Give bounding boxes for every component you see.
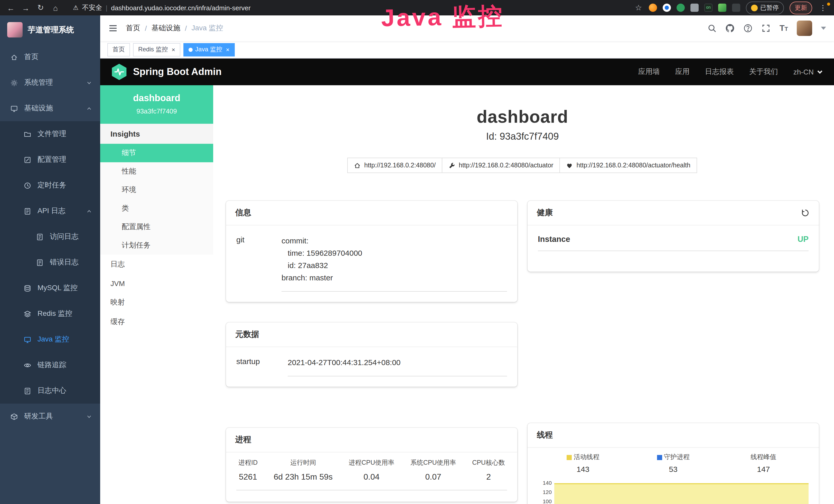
sidebar-item-mysql-monitor[interactable]: MySQL 监控 — [0, 275, 100, 301]
sidebar-item-dev-tools[interactable]: 研发工具 — [0, 404, 100, 429]
health-card: 健康 Instance UP — [528, 201, 819, 272]
sba-item-mappings[interactable]: 映射 — [100, 293, 213, 312]
hamburger-icon[interactable] — [108, 24, 118, 33]
close-icon[interactable]: × — [172, 46, 175, 53]
extension-icon-1[interactable] — [649, 4, 657, 12]
instance-header[interactable]: dashboard 93a3fc7f7409 — [100, 85, 213, 124]
sba-item-metrics[interactable]: 性能 — [100, 162, 213, 181]
sba-item-jvm[interactable]: JVM — [100, 274, 213, 293]
health-url-link[interactable]: http://192.168.0.2:48080/actuator/health — [559, 158, 697, 173]
annotation-java-monitor: Java 监控 — [381, 0, 504, 35]
sba-item-config-props[interactable]: 配置属性 — [100, 218, 213, 236]
bookmark-star-icon[interactable]: ☆ — [634, 3, 643, 12]
tab-redis-monitor[interactable]: Redis 监控 × — [133, 43, 180, 56]
locale-label: zh-CN — [793, 68, 814, 76]
sba-locale-select[interactable]: zh-CN — [793, 68, 823, 76]
metric-value: 5261 — [238, 473, 258, 482]
link-label: http://192.168.0.2:48080/actuator — [459, 162, 553, 169]
sidebar-item-label: 研发工具 — [24, 412, 53, 421]
sba-nav-about[interactable]: 关于我们 — [749, 67, 778, 76]
sidebar-item-api-logs[interactable]: API 日志 — [0, 198, 100, 224]
breadcrumb-home[interactable]: 首页 — [126, 24, 140, 33]
git-commit-line: commit: — [282, 235, 507, 247]
sidebar-item-log-center[interactable]: 日志中心 — [0, 378, 100, 404]
chevron-down-icon — [817, 69, 823, 75]
tab-home[interactable]: 首页 — [107, 43, 130, 56]
browser-home-icon[interactable]: ⌂ — [51, 3, 60, 12]
sidebar-item-config-mgmt[interactable]: 配置管理 — [0, 147, 100, 173]
sidebar-item-redis-monitor[interactable]: Redis 监控 — [0, 301, 100, 327]
font-size-icon[interactable]: TT — [780, 24, 788, 33]
breadcrumb-infrastructure[interactable]: 基础设施 — [152, 24, 180, 33]
sba-item-logs[interactable]: 日志 — [100, 255, 213, 274]
sidebar-item-java-monitor[interactable]: Java 监控 — [0, 327, 100, 352]
metric-label: 运行时间 — [274, 459, 333, 467]
extension-icon-2[interactable] — [663, 4, 671, 12]
chart-plot-area — [554, 480, 809, 504]
back-icon[interactable]: ← — [6, 3, 16, 12]
reload-icon[interactable]: ↻ — [36, 3, 45, 12]
sba-item-scheduled-tasks[interactable]: 计划任务 — [100, 236, 213, 255]
update-label: 更新 — [795, 3, 807, 12]
sidebar-item-label: 链路追踪 — [38, 361, 66, 370]
sba-nav-applications[interactable]: 应用 — [675, 67, 690, 76]
health-instance-label: Instance — [538, 235, 570, 244]
browser-menu-icon[interactable]: ⋮ — [818, 4, 828, 12]
process-card: 进程 进程ID 5261 运行时间 — [226, 428, 517, 502]
service-url-link[interactable]: http://192.168.0.2:48080/ — [347, 158, 442, 173]
metric-cpu-cores: CPU核心数 2 — [470, 459, 507, 482]
layers-icon — [24, 310, 31, 318]
extensions-puzzle-icon[interactable] — [690, 4, 699, 12]
url-text[interactable]: dashboard.yudao.iocoder.cn/infra/admin-s… — [111, 4, 250, 12]
search-icon[interactable] — [708, 24, 717, 33]
actuator-url-link[interactable]: http://192.168.0.2:48080/actuator — [442, 158, 560, 173]
extension-icon-4[interactable] — [718, 4, 726, 12]
sba-nav-journal[interactable]: 日志报表 — [705, 67, 734, 76]
card-title: 进程 — [235, 434, 251, 445]
sba-logo-icon — [111, 63, 127, 81]
security-label[interactable]: 不安全 — [82, 3, 102, 12]
y-tick: 120 — [543, 489, 552, 495]
history-icon[interactable] — [801, 208, 810, 217]
wrench-icon — [448, 162, 455, 169]
sidebar-item-system-mgmt[interactable]: 系统管理 — [0, 70, 100, 95]
sidebar-item-access-logs[interactable]: 访问日志 — [0, 224, 100, 250]
sidebar-item-file-mgmt[interactable]: 文件管理 — [0, 121, 100, 147]
sidebar-item-tracing[interactable]: 链路追踪 — [0, 352, 100, 378]
yellow-swatch-icon — [567, 455, 572, 460]
help-icon[interactable] — [744, 24, 753, 33]
card-title: 信息 — [235, 207, 251, 218]
github-icon[interactable] — [726, 24, 735, 33]
sba-item-classes[interactable]: 类 — [100, 199, 213, 218]
avatar-caret-icon[interactable] — [821, 27, 826, 30]
sba-nav-wallboard[interactable]: 应用墙 — [638, 67, 660, 76]
metric-value: 0.04 — [349, 473, 395, 482]
sidebar-item-scheduled-jobs[interactable]: 定时任务 — [0, 173, 100, 198]
address-bar[interactable]: ⚠ 不安全 | dashboard.yudao.iocoder.cn/infra… — [73, 3, 628, 12]
metric-value: 6d 23h 15m 59s — [274, 473, 333, 482]
edit-icon — [24, 156, 31, 164]
sidebar-item-infrastructure[interactable]: 基础设施 — [0, 95, 100, 121]
warning-icon[interactable]: ⚠ — [73, 4, 79, 11]
tab-java-monitor[interactable]: Java 监控 × — [183, 43, 235, 56]
close-icon[interactable]: × — [226, 46, 229, 53]
sidebar-item-home[interactable]: 首页 — [0, 44, 100, 70]
sba-content: dashboard Id: 93a3fc7f7409 http://192.16… — [213, 85, 834, 504]
paused-badge[interactable]: 已暂停 — [746, 1, 784, 14]
sba-item-details[interactable]: 细节 — [100, 144, 213, 162]
forward-icon[interactable]: → — [21, 3, 30, 12]
extension-icon-3[interactable] — [677, 4, 685, 12]
sidebar-item-label: Redis 监控 — [38, 309, 72, 318]
sidebar-item-label: 文件管理 — [38, 130, 66, 139]
chevron-down-icon — [86, 414, 92, 419]
fullscreen-icon[interactable] — [762, 24, 771, 33]
sba-item-caches[interactable]: 缓存 — [100, 312, 213, 332]
metric-system-cpu: 系统CPU使用率 0.07 — [409, 459, 458, 482]
app-logo[interactable]: 芋道管理系统 — [0, 16, 100, 44]
sidebar-item-error-logs[interactable]: 错误日志 — [0, 250, 100, 275]
user-avatar[interactable] — [797, 21, 812, 36]
update-button[interactable]: 更新 — [790, 1, 812, 14]
sba-item-environment[interactable]: 环境 — [100, 181, 213, 199]
extension-on-badge[interactable]: on — [704, 4, 712, 12]
extension-icon-5[interactable] — [732, 4, 740, 12]
